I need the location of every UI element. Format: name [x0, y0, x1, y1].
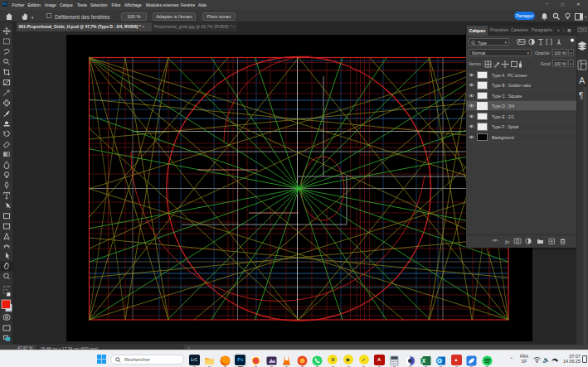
svg-text:🔉: 🔉	[542, 356, 550, 363]
svg-text:A: A	[579, 75, 586, 85]
svg-text:¶: ¶	[579, 91, 583, 100]
svg-text:fx: fx	[505, 239, 510, 245]
svg-text:X: X	[421, 357, 425, 363]
